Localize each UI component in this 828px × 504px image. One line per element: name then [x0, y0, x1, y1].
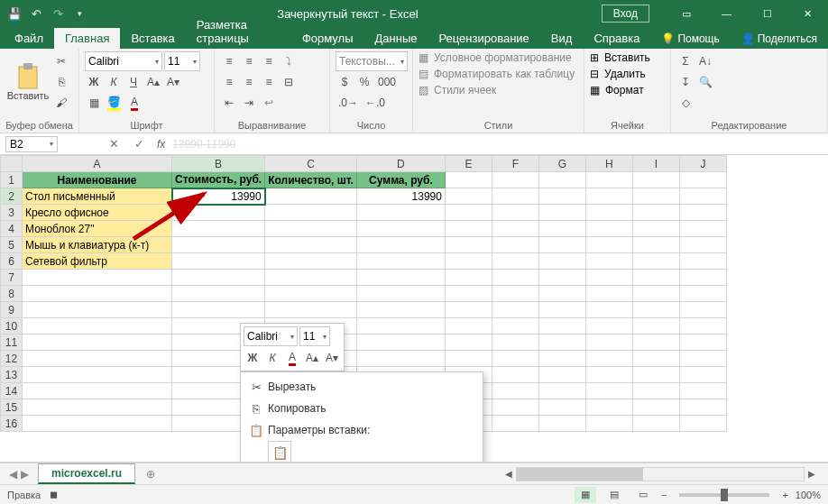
cell[interactable] — [492, 367, 538, 383]
align-left-icon[interactable]: ≡ — [220, 72, 238, 92]
border-icon[interactable]: ▦ — [85, 93, 103, 113]
align-middle-icon[interactable]: ≡ — [240, 51, 258, 71]
cell[interactable] — [585, 367, 632, 383]
cell[interactable] — [632, 221, 679, 237]
formula-value[interactable]: 13990 11990 — [172, 138, 235, 151]
mini-font-combo[interactable]: Calibri▾ — [244, 326, 298, 346]
cell[interactable] — [356, 302, 445, 318]
cell[interactable] — [265, 205, 357, 221]
increase-decimal-icon[interactable]: .0→ — [336, 93, 361, 113]
conditional-formatting-button[interactable]: ▦ Условное форматирование — [419, 51, 572, 64]
cell[interactable] — [23, 383, 172, 399]
cell[interactable] — [538, 270, 585, 286]
cell[interactable] — [679, 367, 726, 383]
cell[interactable] — [445, 205, 492, 221]
cell[interactable] — [265, 221, 357, 237]
select-all-corner[interactable] — [1, 156, 23, 172]
paste-button[interactable]: Вставить — [5, 51, 51, 111]
cell[interactable] — [538, 286, 585, 302]
underline-button[interactable]: Ч — [124, 72, 143, 92]
sheet-nav-prev-icon[interactable]: ◀ — [9, 468, 17, 481]
align-center-icon[interactable]: ≡ — [240, 72, 258, 92]
row-header[interactable]: 14 — [1, 383, 23, 399]
mini-decrease-font-icon[interactable]: A▾ — [323, 348, 341, 368]
hscroll-track[interactable] — [516, 467, 805, 481]
cell[interactable] — [492, 286, 538, 302]
row-header[interactable]: 5 — [1, 237, 23, 253]
cell[interactable] — [445, 188, 492, 205]
cell[interactable] — [632, 318, 679, 334]
cell[interactable] — [356, 221, 445, 237]
cell[interactable] — [172, 205, 265, 221]
mini-increase-font-icon[interactable]: A▴ — [303, 348, 321, 368]
cell-selected[interactable]: 13990 — [172, 188, 265, 205]
share-button[interactable]: 👤Поделиться — [731, 29, 828, 49]
cell[interactable] — [538, 318, 585, 334]
align-top-icon[interactable]: ≡ — [220, 51, 238, 71]
cell[interactable] — [445, 270, 492, 286]
fill-color-icon[interactable]: 🪣 — [105, 93, 124, 113]
col-header[interactable]: F — [492, 156, 538, 172]
tab-home[interactable]: Главная — [54, 28, 120, 49]
login-button[interactable]: Вход — [602, 5, 649, 23]
cell[interactable] — [23, 351, 172, 367]
tab-help[interactable]: Справка — [583, 28, 650, 49]
row-header[interactable]: 1 — [1, 172, 23, 188]
cell[interactable] — [632, 270, 679, 286]
view-normal-icon[interactable]: ▦ — [575, 487, 596, 503]
wrap-text-icon[interactable]: ↩ — [260, 93, 278, 113]
cell[interactable] — [679, 383, 726, 399]
merge-icon[interactable]: ⊟ — [280, 72, 298, 92]
name-box[interactable]: B2▾ — [5, 136, 58, 152]
cell[interactable] — [356, 237, 445, 253]
cell[interactable] — [632, 351, 679, 367]
row-header[interactable]: 15 — [1, 399, 23, 416]
cell[interactable] — [445, 172, 492, 188]
cell[interactable] — [23, 318, 172, 334]
cell[interactable] — [23, 367, 172, 383]
cell[interactable]: Количество, шт. — [265, 172, 357, 188]
cell[interactable] — [679, 399, 726, 416]
cell[interactable] — [172, 286, 265, 302]
cell[interactable] — [23, 302, 172, 318]
cell[interactable] — [585, 188, 632, 205]
cell[interactable] — [356, 205, 445, 221]
decrease-decimal-icon[interactable]: ←.0 — [363, 93, 388, 113]
cell[interactable] — [679, 188, 726, 205]
col-header[interactable]: B — [172, 156, 265, 172]
cell[interactable] — [679, 334, 726, 351]
sheet-nav-next-icon[interactable]: ▶ — [21, 468, 29, 481]
cell[interactable] — [632, 416, 679, 432]
cell[interactable] — [679, 237, 726, 253]
cell[interactable] — [445, 351, 492, 367]
col-header[interactable]: J — [679, 156, 726, 172]
mini-italic-button[interactable]: К — [263, 348, 281, 368]
cell[interactable] — [356, 286, 445, 302]
cell[interactable] — [585, 205, 632, 221]
tab-view[interactable]: Вид — [540, 28, 584, 49]
cut-icon[interactable]: ✂ — [52, 51, 70, 71]
cancel-entry-icon[interactable]: ✕ — [103, 137, 124, 151]
increase-font-icon[interactable]: A▴ — [144, 72, 162, 92]
cell[interactable] — [445, 237, 492, 253]
format-painter-icon[interactable]: 🖌 — [52, 93, 70, 113]
ctx-paste-default[interactable]: 📋 — [268, 441, 291, 463]
clear-icon[interactable]: ◇ — [676, 93, 695, 113]
cell[interactable] — [265, 270, 357, 286]
enter-entry-icon[interactable]: ✓ — [128, 137, 150, 151]
col-header[interactable]: I — [632, 156, 679, 172]
cell[interactable]: Стол письменный — [23, 188, 172, 205]
cell[interactable] — [585, 270, 632, 286]
row-header[interactable]: 6 — [1, 253, 23, 270]
cell[interactable] — [356, 318, 445, 334]
cell[interactable] — [23, 416, 172, 432]
ribbon-options-icon[interactable]: ▭ — [666, 0, 706, 27]
copy-icon[interactable]: ⎘ — [52, 72, 70, 92]
cell[interactable] — [172, 302, 265, 318]
cell[interactable] — [632, 253, 679, 270]
row-header[interactable]: 7 — [1, 270, 23, 286]
cell[interactable] — [538, 188, 585, 205]
cell[interactable] — [445, 221, 492, 237]
cell[interactable] — [538, 221, 585, 237]
cell[interactable] — [585, 302, 632, 318]
